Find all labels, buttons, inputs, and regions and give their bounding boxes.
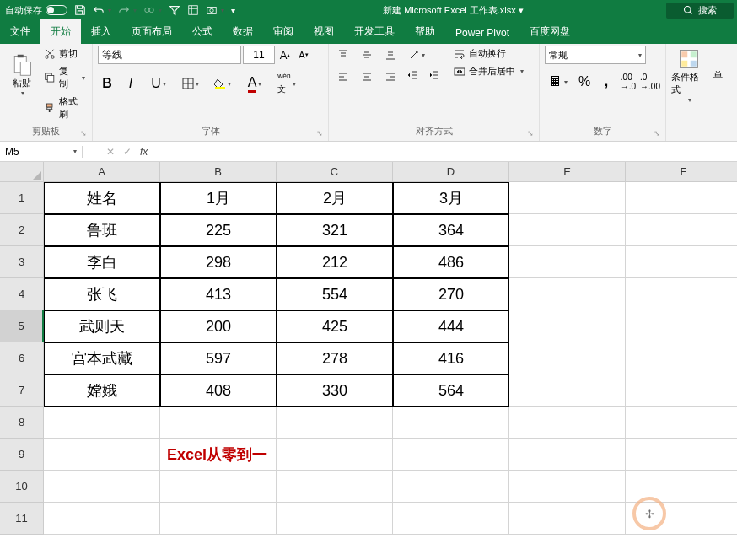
colhead-B[interactable]: B (160, 162, 277, 182)
tab-插入[interactable]: 插入 (81, 19, 121, 44)
cell-F2[interactable] (626, 214, 737, 246)
cell-F9[interactable] (626, 439, 737, 471)
cells-area[interactable]: 姓名1月2月3月鲁班225321364李白298212486张飞41355427… (44, 182, 737, 535)
redo-icon[interactable]: ▾ (118, 4, 137, 16)
cell-E3[interactable] (509, 246, 626, 278)
tab-帮助[interactable]: 帮助 (405, 19, 445, 44)
underline-button[interactable]: U▾ (145, 74, 172, 93)
rowhead-8[interactable]: 8 (0, 407, 44, 439)
font-name-select[interactable] (98, 46, 241, 64)
merge-center-button[interactable]: 合并后居中▾ (452, 63, 525, 79)
cell-C4[interactable]: 554 (277, 278, 393, 310)
decrease-decimal-button[interactable]: .0→.00 (641, 73, 659, 91)
cell-E10[interactable] (509, 471, 626, 503)
clipboard-launcher-icon[interactable]: ⤡ (80, 129, 87, 137)
qat-customize-icon[interactable]: ▾ (231, 6, 235, 15)
cell-B1[interactable]: 1月 (160, 182, 277, 214)
cell-A9[interactable] (44, 439, 160, 471)
format-painter-button[interactable]: 格式刷 (42, 94, 87, 122)
cell-D5[interactable]: 444 (393, 310, 509, 342)
cell-A6[interactable]: 宫本武藏 (44, 342, 160, 374)
cell-C2[interactable]: 321 (277, 214, 393, 246)
align-middle-button[interactable] (358, 46, 376, 64)
cell-F8[interactable] (626, 407, 737, 439)
filter-icon[interactable] (169, 4, 180, 16)
cell-D6[interactable]: 416 (393, 342, 509, 374)
cell-F10[interactable] (626, 471, 737, 503)
cell-C10[interactable] (277, 471, 393, 503)
touch-icon[interactable]: ▾ (143, 4, 162, 16)
cell-E7[interactable] (509, 374, 626, 407)
colhead-C[interactable]: C (277, 162, 393, 182)
formula-input[interactable] (154, 143, 737, 161)
decrease-font-button[interactable]: A▾ (295, 46, 312, 64)
number-format-select[interactable]: 常规▾ (545, 46, 646, 64)
cell-B9[interactable]: Excel从零到一 (160, 439, 277, 471)
bold-button[interactable]: B (98, 74, 116, 93)
rowhead-1[interactable]: 1 (0, 182, 44, 214)
cell-F11[interactable] (626, 503, 737, 535)
form-icon[interactable] (187, 4, 199, 16)
cell-D11[interactable] (393, 503, 509, 535)
cell-D1[interactable]: 3月 (393, 182, 509, 214)
tab-开发工具[interactable]: 开发工具 (344, 19, 405, 44)
fill-color-button[interactable]: ▾ (209, 74, 236, 93)
cell-A8[interactable] (44, 407, 160, 439)
cell-B2[interactable]: 225 (160, 214, 277, 246)
cell-E8[interactable] (509, 407, 626, 439)
cut-button[interactable]: 剪切 (42, 46, 87, 62)
column-headers[interactable]: ABCDEF (44, 162, 737, 182)
tab-视图[interactable]: 视图 (304, 19, 344, 44)
wrap-text-button[interactable]: 自动换行 (452, 46, 525, 62)
number-launcher-icon[interactable]: ⤡ (654, 129, 660, 137)
cell-E6[interactable] (509, 342, 626, 374)
cell-E11[interactable] (509, 503, 626, 535)
cell-styles-button[interactable]: 单 (710, 46, 725, 105)
paste-button[interactable]: 粘贴 ▾ (5, 46, 39, 105)
cell-F5[interactable] (626, 310, 737, 342)
increase-indent-button[interactable] (425, 66, 444, 84)
cell-A11[interactable] (44, 503, 160, 535)
cell-D4[interactable]: 270 (393, 278, 509, 310)
font-launcher-icon[interactable]: ⤡ (316, 129, 323, 137)
cell-D10[interactable] (393, 471, 509, 503)
cell-C1[interactable]: 2月 (277, 182, 393, 214)
name-box[interactable]: M5 ▾ (0, 146, 83, 158)
italic-button[interactable]: I (121, 74, 140, 93)
align-top-button[interactable] (334, 46, 352, 64)
rowhead-3[interactable]: 3 (0, 246, 44, 278)
cell-D3[interactable]: 486 (393, 246, 509, 278)
cell-C8[interactable] (277, 407, 393, 439)
cell-E5[interactable] (509, 310, 626, 342)
border-button[interactable]: ▾ (177, 74, 204, 93)
rowhead-11[interactable]: 11 (0, 503, 44, 535)
cell-C3[interactable]: 212 (277, 246, 393, 278)
camera-icon[interactable]: ▾ (206, 4, 224, 16)
cell-E9[interactable] (509, 439, 626, 471)
cell-A1[interactable]: 姓名 (44, 182, 160, 214)
cell-F4[interactable] (626, 278, 737, 310)
colhead-A[interactable]: A (44, 162, 160, 182)
conditional-format-button[interactable]: 条件格式▾ (671, 46, 707, 105)
align-launcher-icon[interactable]: ⤡ (527, 129, 534, 137)
align-center-button[interactable] (358, 67, 376, 86)
cell-E4[interactable] (509, 278, 626, 310)
accounting-format-button[interactable]: 🖩▾ (545, 73, 572, 91)
cell-C6[interactable]: 278 (277, 342, 393, 374)
chevron-down-icon[interactable]: ▾ (73, 148, 77, 155)
tab-开始[interactable]: 开始 (40, 19, 81, 44)
cell-A4[interactable]: 张飞 (44, 278, 160, 310)
cell-B6[interactable]: 597 (160, 342, 277, 374)
rowhead-7[interactable]: 7 (0, 374, 44, 407)
cell-B3[interactable]: 298 (160, 246, 277, 278)
cell-A5[interactable]: 武则天 (44, 310, 160, 342)
cell-C11[interactable] (277, 503, 393, 535)
rowhead-2[interactable]: 2 (0, 214, 44, 246)
tab-公式[interactable]: 公式 (182, 19, 223, 44)
row-headers[interactable]: 1234567891011 (0, 182, 44, 535)
enter-icon[interactable]: ✓ (123, 146, 132, 158)
colhead-D[interactable]: D (393, 162, 509, 182)
cell-E2[interactable] (509, 214, 626, 246)
cell-B11[interactable] (160, 503, 277, 535)
font-color-button[interactable]: A▾ (241, 74, 268, 93)
